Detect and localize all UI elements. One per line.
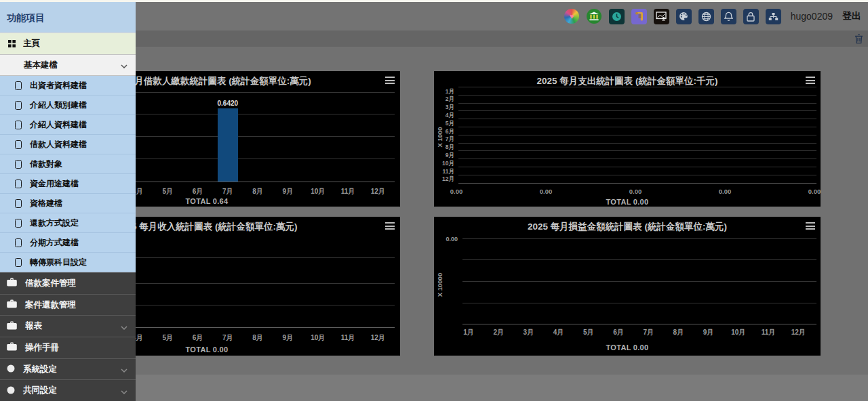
category-label: 9月 <box>434 152 454 160</box>
chart-menu-icon[interactable] <box>385 77 395 86</box>
sidebar-subitem[interactable]: 介紹人資料建檔 <box>0 115 136 135</box>
gridline <box>458 159 816 159</box>
bell-icon[interactable] <box>721 9 736 24</box>
sidebar-item-操作手冊[interactable]: 操作手冊 <box>0 337 136 358</box>
sidebar-subitem[interactable]: 還款方式設定 <box>0 213 136 233</box>
chevron-down-icon <box>121 59 127 71</box>
sidebar-item-label: 出資者資料建檔 <box>30 80 87 91</box>
sidebar-item-label: 報表 <box>25 320 42 332</box>
month-label: 12月 <box>371 187 385 196</box>
sidebar-subitem[interactable]: 借款人資料建檔 <box>0 135 136 154</box>
y-axis-unit-label: X 10000 <box>436 272 443 299</box>
trash-icon[interactable] <box>854 34 863 44</box>
sitemap-icon[interactable] <box>766 9 781 24</box>
chart-panel-profit: 2025 每月損益金額統計圖表 (統計金額單位:萬元) 0.001月2月3月4月… <box>434 217 821 356</box>
lock-icon[interactable] <box>743 9 759 24</box>
logout-button[interactable]: 登出 <box>842 10 861 22</box>
gridline <box>458 150 816 151</box>
sidebar: 功能項目 主頁 基本建檔 出資者資料建檔介紹人類別建檔介紹人資料建檔借款人資料建… <box>0 0 136 401</box>
page-top-strip <box>0 0 868 2</box>
chart-panel-expense: 2025 每月支出統計圖表 (統計金額單位:千元) 1月2月3月4月5月6月7月… <box>434 71 821 207</box>
briefcase-icon <box>7 277 17 289</box>
chart-menu-icon[interactable] <box>806 222 815 232</box>
sidebar-item-label: 操作手冊 <box>25 342 59 354</box>
scroll-icon[interactable] <box>631 9 647 24</box>
globe-icon[interactable] <box>698 9 714 24</box>
gridline <box>458 95 816 96</box>
tablet-icon <box>15 121 22 129</box>
chart-title: 2025 每月支出統計圖表 (統計金額單位:千元) <box>434 75 821 87</box>
tablet-icon <box>15 140 22 149</box>
month-label: 9月 <box>283 333 294 343</box>
gridline <box>462 238 816 239</box>
sidebar-item-系統設定[interactable]: 系統設定 <box>0 358 136 380</box>
tablet-icon <box>15 238 22 247</box>
sidebar-subitem[interactable]: 介紹人類別建檔 <box>0 96 136 115</box>
gridline <box>462 259 816 260</box>
gridline <box>458 119 816 119</box>
tablet-icon <box>15 101 22 110</box>
sidebar-item-home[interactable]: 主頁 <box>0 33 136 55</box>
briefcase-icon <box>7 341 17 354</box>
sidebar-item-label: 分期方式建檔 <box>30 237 79 249</box>
data-point-label: 0.6420 <box>218 100 239 107</box>
category-label: 4月 <box>434 112 454 120</box>
category-label: 10月 <box>434 160 454 168</box>
category-label: 12月 <box>434 175 454 184</box>
gridline <box>458 87 816 87</box>
sidebar-item-label: 借款人資料建檔 <box>30 139 87 150</box>
sidebar-item-label: 借款案件管理 <box>25 278 76 289</box>
gridline <box>458 167 816 167</box>
chart-total-label: TOTAL 0.00 <box>434 198 821 206</box>
chevron-down-icon <box>121 320 127 333</box>
sidebar-item-label: 轉傳票科目設定 <box>30 257 87 268</box>
chart-menu-icon[interactable] <box>385 222 395 232</box>
month-label: 9月 <box>283 187 294 196</box>
chart-title: 2025 每月損益金額統計圖表 (統計金額單位:萬元) <box>434 221 821 233</box>
sidebar-item-共同設定[interactable]: 共同設定 <box>0 379 136 401</box>
sidebar-subitem[interactable]: 分期方式建檔 <box>0 233 136 253</box>
month-label: 5月 <box>583 328 594 337</box>
gridline <box>458 135 816 135</box>
sidebar-item-label: 借款對象 <box>30 159 62 170</box>
gridline <box>458 143 816 144</box>
sidebar-item-借款案件管理[interactable]: 借款案件管理 <box>0 272 136 294</box>
gridline <box>458 127 816 127</box>
sidebar-item-basic-setup[interactable]: 基本建檔 <box>0 55 136 76</box>
month-label: 6月 <box>193 333 203 343</box>
month-label: 7月 <box>222 333 233 343</box>
month-label: 8月 <box>252 333 263 343</box>
sidebar-subitem[interactable]: 出資者資料建檔 <box>0 76 136 96</box>
clock-icon[interactable] <box>609 9 625 24</box>
month-label: 6月 <box>613 328 624 337</box>
sidebar-item-label: 共同設定 <box>23 385 57 396</box>
sidebar-subitem[interactable]: 借款對象 <box>0 154 136 174</box>
month-label: 7月 <box>643 328 654 337</box>
data-bar <box>218 108 238 182</box>
gridline <box>458 175 816 175</box>
y-axis-unit-label: X 1000 <box>436 124 443 151</box>
presentation-icon[interactable] <box>654 9 669 24</box>
sidebar-item-label: 系統設定 <box>23 364 57 375</box>
chart-menu-icon[interactable] <box>806 77 815 86</box>
bank-icon[interactable] <box>587 9 602 24</box>
sidebar-subitem[interactable]: 轉傳票科目設定 <box>0 253 136 272</box>
y-tick-label: 0.00 <box>434 236 458 242</box>
palette-icon[interactable] <box>676 9 692 24</box>
tablet-icon <box>15 81 22 90</box>
category-label: 11月 <box>434 168 454 176</box>
sidebar-subitem[interactable]: 資金用途建檔 <box>0 174 136 194</box>
colorful-logo-icon[interactable]: ♥ <box>564 9 580 24</box>
sidebar-item-label: 主頁 <box>23 38 40 49</box>
sidebar-item-label: 資金用途建檔 <box>30 178 79 190</box>
x-tick-label: 0.00 <box>540 188 553 195</box>
chevron-down-icon <box>121 363 127 375</box>
sidebar-item-報表[interactable]: 報表 <box>0 315 136 337</box>
sidebar-subitem[interactable]: 資格建檔 <box>0 194 136 213</box>
sidebar-item-label: 基本建檔 <box>24 60 58 71</box>
grid-icon <box>8 38 16 50</box>
circle-icon <box>7 363 15 375</box>
month-label: 2月 <box>493 328 504 337</box>
app-icon-row: ♥ <box>564 9 781 24</box>
sidebar-item-案件還款管理[interactable]: 案件還款管理 <box>0 294 136 316</box>
